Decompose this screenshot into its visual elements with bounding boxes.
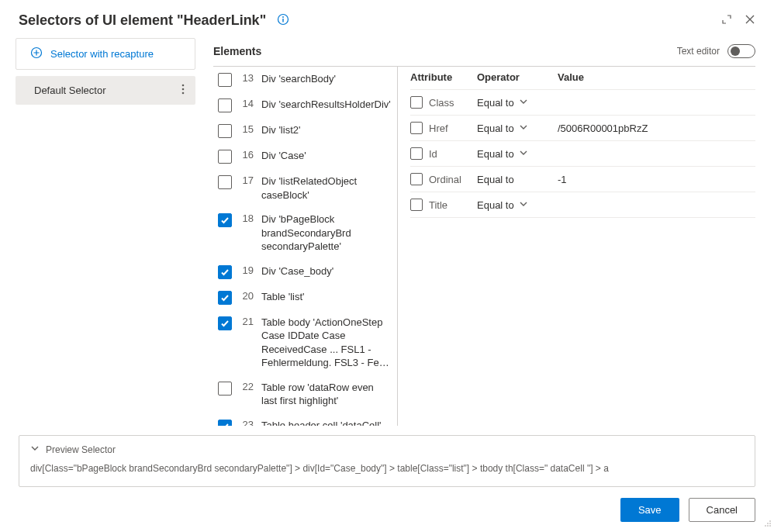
elements-title: Elements (213, 45, 261, 57)
svg-point-6 (182, 92, 185, 95)
svg-point-5 (182, 88, 185, 91)
element-row[interactable]: 13Div 'searchBody' (213, 67, 397, 92)
attribute-checkbox[interactable] (410, 96, 423, 109)
preview-label: Preview Selector (46, 444, 116, 455)
attribute-checkbox[interactable] (410, 122, 423, 134)
attribute-checkbox[interactable] (410, 147, 423, 160)
element-row[interactable]: 20Table 'list' (213, 285, 397, 310)
element-checkbox[interactable] (218, 316, 232, 330)
selector-item-label: Default Selector (34, 85, 106, 96)
chevron-down-icon[interactable] (519, 148, 528, 160)
chevron-down-icon (30, 444, 40, 455)
svg-point-4 (182, 85, 185, 87)
attribute-name: Id (429, 148, 437, 160)
svg-point-10 (765, 525, 766, 527)
element-label: Table row 'dataRow even last first highl… (261, 381, 391, 408)
element-row[interactable]: 15Div 'list2' (213, 118, 397, 143)
element-checkbox[interactable] (218, 420, 232, 426)
attribute-name: Title (429, 199, 447, 211)
preview-selector-text: div[Class="bPageBlock brandSecondaryBrd … (30, 463, 744, 475)
text-editor-label: Text editor (677, 46, 720, 57)
col-value: Value (558, 71, 755, 83)
attribute-row: OrdinalEqual to-1 (410, 167, 755, 192)
text-editor-toggle[interactable] (727, 44, 755, 58)
element-label: Table 'list' (261, 290, 391, 304)
element-row[interactable]: 16Div 'Case' (213, 143, 397, 169)
expand-icon[interactable] (721, 14, 732, 27)
element-checkbox[interactable] (218, 175, 232, 189)
svg-point-9 (769, 523, 771, 524)
more-icon[interactable] (177, 84, 189, 97)
element-label: Table header cell 'dataCell' (261, 419, 391, 426)
attributes-panel: Attribute Operator Value ClassEqual toHr… (398, 67, 755, 426)
element-checkbox[interactable] (218, 382, 232, 396)
element-row[interactable]: 21Table body 'ActionOneStep Case IDDate … (213, 310, 397, 375)
resize-grip-icon[interactable] (764, 518, 772, 530)
element-label: Div 'listRelatedObject caseBlock' (261, 174, 391, 202)
element-label: Div 'bPageBlock brandSecondaryBrd second… (261, 212, 391, 254)
col-operator: Operator (477, 71, 558, 83)
svg-point-12 (769, 525, 771, 527)
element-row[interactable]: 18Div 'bPageBlock brandSecondaryBrd seco… (213, 207, 397, 259)
attribute-row: TitleEqual to (410, 192, 755, 218)
element-index: 19 (240, 264, 254, 276)
chevron-down-icon[interactable] (519, 97, 528, 109)
element-row[interactable]: 19Div 'Case_body' (213, 259, 397, 285)
attribute-operator[interactable]: Equal to (477, 97, 514, 109)
element-index: 14 (240, 98, 254, 109)
element-label: Div 'searchBody' (261, 72, 391, 86)
attribute-row: ClassEqual to (410, 90, 755, 116)
element-index: 22 (240, 381, 254, 392)
elements-list[interactable]: 13Div 'searchBody'14Div 'searchResultsHo… (213, 67, 398, 426)
attribute-name: Href (429, 123, 448, 134)
info-icon[interactable] (277, 13, 289, 28)
element-label: Div 'Case' (261, 149, 391, 163)
element-row[interactable]: 17Div 'listRelatedObject caseBlock' (213, 169, 397, 207)
cancel-button[interactable]: Cancel (689, 498, 755, 522)
attribute-operator[interactable]: Equal to (477, 199, 514, 211)
attribute-value[interactable]: /5006R00001pbRzZ (558, 123, 755, 134)
preview-toggle[interactable]: Preview Selector (30, 444, 744, 455)
col-attribute: Attribute (410, 71, 477, 83)
element-label: Div 'list2' (261, 123, 391, 137)
svg-rect-2 (282, 19, 283, 22)
attribute-operator[interactable]: Equal to (477, 174, 514, 185)
element-row[interactable]: 22Table row 'dataRow even last first hig… (213, 375, 397, 413)
dialog-title: Selectors of UI element "HeaderLink" (19, 12, 266, 29)
chevron-down-icon[interactable] (519, 199, 528, 211)
element-label: Table body 'ActionOneStep Case IDDate Ca… (261, 316, 391, 370)
attribute-checkbox[interactable] (410, 199, 423, 211)
element-checkbox[interactable] (218, 98, 232, 112)
element-index: 16 (240, 149, 254, 161)
element-checkbox[interactable] (218, 291, 232, 305)
element-checkbox[interactable] (218, 124, 232, 138)
preview-selector-panel: Preview Selector div[Class="bPageBlock b… (19, 435, 755, 487)
element-checkbox[interactable] (218, 73, 232, 87)
sidebar-item-default-selector[interactable]: Default Selector (16, 76, 195, 105)
element-checkbox[interactable] (218, 213, 232, 227)
attribute-value[interactable]: -1 (558, 174, 755, 185)
element-checkbox[interactable] (218, 150, 232, 164)
recapture-label: Selector with recapture (50, 48, 154, 60)
element-index: 23 (240, 419, 254, 426)
attribute-row: IdEqual to (410, 141, 755, 167)
element-checkbox[interactable] (218, 265, 232, 279)
element-index: 15 (240, 123, 254, 135)
element-index: 17 (240, 174, 254, 186)
add-circle-icon (30, 47, 43, 61)
attribute-operator[interactable]: Equal to (477, 148, 514, 160)
selector-with-recapture-button[interactable]: Selector with recapture (16, 38, 195, 70)
svg-point-8 (767, 523, 769, 524)
save-button[interactable]: Save (620, 498, 679, 522)
svg-point-7 (769, 520, 771, 522)
attribute-operator[interactable]: Equal to (477, 123, 514, 134)
attribute-name: Class (429, 97, 454, 109)
chevron-down-icon[interactable] (519, 123, 528, 134)
element-label: Div 'Case_body' (261, 264, 391, 278)
element-row[interactable]: 14Div 'searchResultsHolderDiv' (213, 92, 397, 118)
svg-point-1 (282, 16, 284, 18)
close-icon[interactable] (745, 14, 755, 27)
element-row[interactable]: 23Table header cell 'dataCell' (213, 413, 397, 426)
attribute-row: HrefEqual to/5006R00001pbRzZ (410, 116, 755, 141)
attribute-checkbox[interactable] (410, 173, 423, 185)
